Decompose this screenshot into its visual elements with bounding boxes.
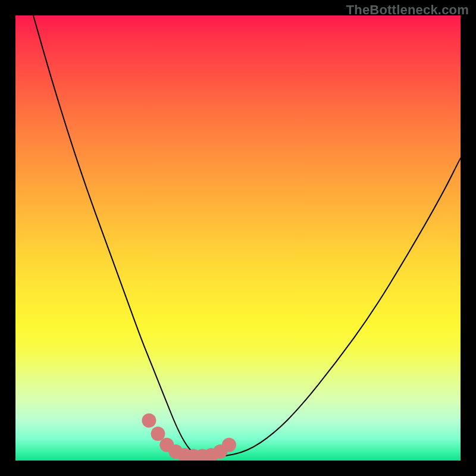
- plot-area: [15, 15, 461, 461]
- optimal-marker-dot: [142, 414, 156, 428]
- chart-frame: TheBottleneck.com: [0, 0, 476, 476]
- optimal-band-markers: [142, 414, 236, 461]
- optimal-marker-dot: [222, 438, 236, 452]
- bottleneck-curve-path: [33, 15, 461, 457]
- optimal-marker-dot: [151, 427, 165, 441]
- chart-svg: [15, 15, 461, 461]
